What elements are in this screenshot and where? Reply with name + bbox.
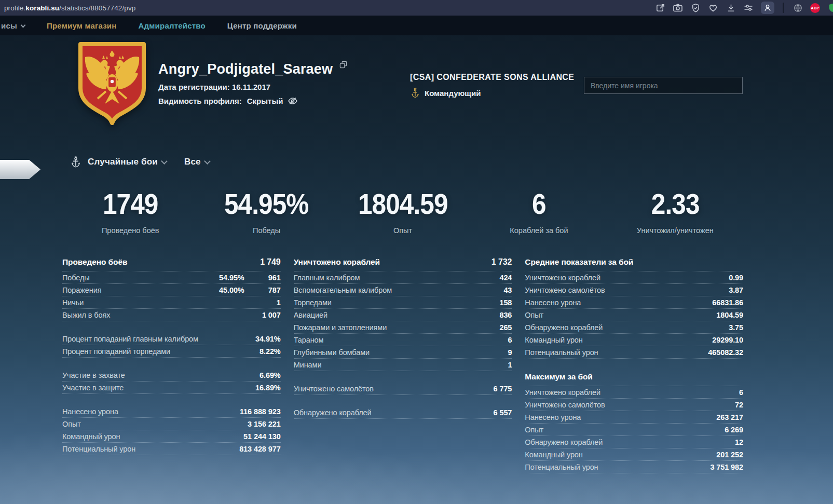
nav-item-admiralty[interactable]: Адмиралтейство bbox=[139, 21, 206, 30]
clan-block: [CSA] CONFEDERATE SONS ALLIANCE Командую… bbox=[410, 73, 574, 98]
stat-row: Уничтожено самолётов6 775 bbox=[294, 383, 512, 395]
stat-row-value: 6.69% bbox=[252, 371, 281, 379]
stat-row-percent: 54.95% bbox=[203, 274, 244, 282]
stat-row-label: Победы bbox=[62, 274, 203, 282]
stat-row: Главным калибром424 bbox=[294, 271, 512, 284]
stats-header-label: Проведено боёв bbox=[62, 257, 244, 267]
summary-stat-value: 1804.59 bbox=[342, 187, 464, 221]
stat-row: Опыт6 269 bbox=[525, 424, 743, 436]
stat-row: Потенциальный урон465082.32 bbox=[525, 346, 743, 359]
stat-row-value: 836 bbox=[483, 311, 512, 319]
chevron-down-icon bbox=[204, 158, 211, 165]
summary-stat-label: Опыт bbox=[335, 226, 471, 235]
eye-off-icon bbox=[288, 96, 298, 106]
extension-shield-icon[interactable] bbox=[827, 3, 833, 13]
stat-row-label: Командный урон bbox=[525, 451, 707, 459]
stat-row-label: Участие в захвате bbox=[62, 371, 244, 379]
stats-section-header: Средние показатели за бой bbox=[525, 255, 743, 271]
nav-item-services[interactable]: исы bbox=[1, 21, 25, 30]
nav-item-label: Премиум магазин bbox=[47, 21, 117, 30]
stat-row-value: 16.89% bbox=[252, 384, 281, 392]
address-url[interactable]: profile.korabli.su/statistics/88057742/p… bbox=[4, 4, 135, 12]
extension-globe-icon[interactable] bbox=[793, 3, 803, 13]
stat-row-label: Опыт bbox=[525, 426, 707, 434]
ribbon-banner bbox=[0, 160, 40, 179]
summary-stat: 1804.59Опыт bbox=[335, 187, 471, 235]
summary-stat-label: Уничтожил/уничтожен bbox=[607, 226, 743, 235]
screenshot-camera-icon[interactable] bbox=[673, 3, 683, 13]
copy-name-icon[interactable] bbox=[338, 59, 348, 70]
search-player-input[interactable] bbox=[584, 77, 743, 94]
clan-tag-name[interactable]: [CSA] CONFEDERATE SONS ALLIANCE bbox=[410, 73, 574, 82]
stats-section-header: Уничтожено кораблей1 732 bbox=[294, 255, 512, 271]
stat-row-value: 51 244 130 bbox=[243, 432, 281, 441]
chevron-down-icon bbox=[161, 158, 168, 165]
stat-row: Обнаружено кораблей6 557 bbox=[294, 406, 512, 419]
stat-row-value: 34.91% bbox=[252, 335, 281, 343]
stat-row: Процент попаданий главным калибром34.91% bbox=[62, 333, 281, 345]
stat-row-label: Глубинными бомбами bbox=[294, 348, 476, 357]
stat-row: Тараном6 bbox=[294, 334, 512, 346]
tune-sliders-icon[interactable] bbox=[743, 3, 754, 13]
stat-row-value: 1 bbox=[252, 298, 281, 307]
stat-row-value: 813 428 977 bbox=[239, 445, 281, 453]
summary-stat-value: 1749 bbox=[69, 187, 192, 221]
stat-row-label: Поражения bbox=[62, 286, 203, 294]
stats-section-header: Проведено боёв1 749 bbox=[62, 255, 281, 271]
stat-row-percent: 45.00% bbox=[203, 286, 244, 294]
stat-row: Вспомогательным калибром43 bbox=[294, 284, 512, 296]
stat-row-value: 0.99 bbox=[714, 274, 743, 282]
stat-row-label: Торпедами bbox=[294, 298, 476, 307]
stat-row-value: 1 007 bbox=[252, 311, 281, 319]
browser-profile-icon[interactable] bbox=[761, 2, 774, 14]
stat-row: Ничьи1 bbox=[62, 296, 281, 309]
stat-row-label: Опыт bbox=[525, 311, 707, 319]
summary-stat-label: Победы bbox=[198, 226, 334, 235]
stat-row: Победы54.95%961 bbox=[62, 271, 281, 284]
stat-row-label: Нанесено урона bbox=[525, 413, 707, 421]
favorite-heart-icon[interactable] bbox=[708, 3, 718, 13]
download-icon[interactable] bbox=[726, 3, 736, 13]
chevron-down-icon bbox=[21, 22, 26, 28]
stat-row: Нанесено урона66831.86 bbox=[525, 296, 743, 309]
stat-row: Участие в защите16.89% bbox=[62, 382, 281, 394]
stat-row-label: Авиацией bbox=[294, 311, 476, 319]
stat-row-label: Потенциальный урон bbox=[525, 463, 703, 471]
nav-item-premium-shop[interactable]: Премиум магазин bbox=[47, 21, 117, 30]
battle-type-anchor-icon bbox=[71, 157, 81, 167]
stat-row: Обнаружено кораблей12 bbox=[525, 436, 743, 448]
stat-row-value: 116 888 923 bbox=[240, 407, 281, 416]
stat-row-value: 6 bbox=[714, 388, 743, 397]
battle-type-dropdown[interactable]: Случайные бои bbox=[88, 157, 167, 167]
nav-item-label: Адмиралтейство bbox=[139, 21, 206, 30]
stat-row: Потенциальный урон813 428 977 bbox=[62, 443, 281, 455]
stat-row-label: Обнаружено кораблей bbox=[294, 408, 476, 417]
stat-row: Участие в захвате6.69% bbox=[62, 369, 281, 382]
nav-item-support[interactable]: Центр поддержки bbox=[227, 21, 297, 30]
stat-row-value: 3.75 bbox=[714, 323, 743, 332]
stat-row-label: Уничтожено самолётов bbox=[525, 286, 707, 294]
stat-row-label: Обнаружено кораблей bbox=[525, 323, 707, 332]
stat-row-value: 265 bbox=[483, 323, 512, 332]
clan-role: Командующий bbox=[410, 88, 574, 98]
ships-filter-dropdown[interactable]: Все bbox=[184, 157, 210, 167]
stats-block: Максимум за бойУничтожено кораблей6Уничт… bbox=[525, 370, 743, 473]
stat-row-label: Уничтожено кораблей bbox=[525, 388, 707, 397]
stat-row: Нанесено урона263 217 bbox=[525, 411, 743, 424]
summary-stat-label: Кораблей за бой bbox=[471, 226, 607, 235]
stat-row: Процент попаданий торпедами8.22% bbox=[62, 345, 281, 358]
shield-check-icon[interactable] bbox=[690, 3, 701, 13]
stat-row-label: Тараном bbox=[294, 336, 476, 344]
stat-row-value: 43 bbox=[483, 286, 512, 294]
game-nav: исыПремиум магазинАдмиралтействоЦентр по… bbox=[0, 16, 833, 35]
stat-row: Командный урон29299.10 bbox=[525, 334, 743, 346]
stats-block: Обнаружено кораблей6 557 bbox=[294, 406, 512, 419]
player-emblem bbox=[76, 40, 148, 132]
stat-row-label: Пожарами и затоплениями bbox=[294, 323, 476, 332]
stat-row: Авиацией836 bbox=[294, 309, 512, 321]
share-edit-icon[interactable] bbox=[655, 3, 665, 13]
adblock-abp-icon[interactable]: ABP bbox=[810, 3, 820, 13]
stats-header-label: Максимум за бой bbox=[525, 372, 743, 382]
stat-row: Опыт1804.59 bbox=[525, 309, 743, 321]
profile-header: Angry_Podjigatel_Saraew Дата регистрации… bbox=[158, 61, 348, 106]
